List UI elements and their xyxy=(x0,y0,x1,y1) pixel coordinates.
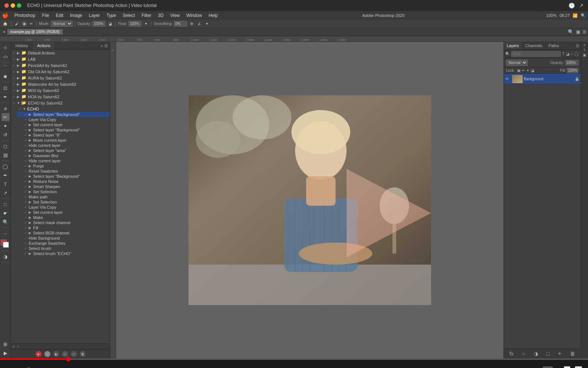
item-expand[interactable]: ▶ xyxy=(29,138,32,142)
group-expand[interactable]: ▶ xyxy=(17,70,21,74)
airbrush-btn[interactable]: ✦ xyxy=(143,21,149,26)
item-checkbox[interactable]: ✓ xyxy=(24,113,28,116)
menu-layer[interactable]: Layer xyxy=(86,12,103,19)
play-action-btn[interactable]: ▶ xyxy=(1,349,10,357)
item-expand[interactable]: ▶ xyxy=(29,231,32,235)
action-item-select-mask-channel[interactable]: ✓ ▶ Select mask channel xyxy=(17,220,110,225)
new-action-btn[interactable]: + xyxy=(71,351,77,357)
canvas-photo[interactable] xyxy=(189,95,431,305)
group-expand[interactable]: ▶ xyxy=(17,51,21,55)
action-item-set-current-1[interactable]: ✓ ▶ Set current layer xyxy=(17,122,110,127)
item-checkbox[interactable]: ✓ xyxy=(24,252,28,255)
apple-menu[interactable]: 🍎 xyxy=(2,13,8,18)
layers-panel-menu[interactable]: ☰ xyxy=(574,42,581,49)
group-checkbox[interactable]: ✓ xyxy=(12,64,16,67)
history-brush-tool[interactable]: ↺ xyxy=(1,131,10,139)
pressure-opacity-btn[interactable]: ◪ xyxy=(107,21,113,26)
menu-window[interactable]: Window xyxy=(183,12,205,19)
brush-tool-left[interactable]: ✏ xyxy=(1,113,10,121)
group-expand[interactable]: ▶ xyxy=(17,64,21,67)
action-item-smart-sharpen[interactable]: ✓ ▶ Smart Sharpen xyxy=(17,184,110,189)
panel-menu-btn[interactable]: ☰ xyxy=(104,44,108,48)
color-swatch-area[interactable] xyxy=(1,240,10,249)
action-group-header[interactable]: ✓ ▶ 📁 Default Actions xyxy=(11,50,110,56)
eyedropper-tool[interactable]: ✒ xyxy=(1,93,10,101)
group-checkbox[interactable]: ✓ xyxy=(12,51,16,55)
hand-tool[interactable]: ☛ xyxy=(1,209,10,217)
item-expand[interactable]: ▶ xyxy=(29,210,32,214)
item-checkbox[interactable]: ✓ xyxy=(24,221,28,224)
active-tab[interactable]: example.jpg @ 100% (RGB/8) xyxy=(7,29,63,35)
gradient-tool[interactable]: ▤ xyxy=(1,151,10,159)
dodge-tool[interactable]: ◯ xyxy=(1,162,10,170)
panel-collapse-btn[interactable]: « xyxy=(101,44,103,48)
filter-shape-icon[interactable]: ◯ xyxy=(574,52,578,56)
shape-tool[interactable]: □ xyxy=(1,200,10,208)
menu-photoshop[interactable]: Photoshop xyxy=(11,12,38,19)
item-expand[interactable]: ▶ xyxy=(29,226,32,230)
filter-pixel-icon[interactable]: □ xyxy=(571,52,573,56)
action-group-header[interactable]: ✓ ▶ 📁 AURA by Saturn62 xyxy=(11,75,110,81)
menu-select[interactable]: Select xyxy=(120,12,138,19)
action-expand-arrow[interactable]: ▼ xyxy=(23,107,26,111)
layer-blend-mode[interactable]: Normal xyxy=(506,60,528,66)
layer-visibility-icon[interactable]: 👁 xyxy=(505,77,509,81)
item-checkbox[interactable]: ✓ xyxy=(24,154,28,158)
item-expand[interactable]: ▶ xyxy=(29,133,32,137)
action-item-fill[interactable]: ✓ ▶ Fill xyxy=(17,225,110,230)
action-item-make-path[interactable]: ✓ Make path xyxy=(17,194,110,199)
action-item-select-brush[interactable]: ✓ Select brush xyxy=(17,246,110,251)
progress-bar[interactable] xyxy=(0,358,588,360)
group-expand[interactable]: ▶ xyxy=(17,95,21,99)
new-layer-btn[interactable]: + xyxy=(558,350,561,357)
layout-icon[interactable]: ▣ xyxy=(576,29,580,35)
item-expand[interactable]: ▶ xyxy=(29,180,32,183)
item-expand[interactable]: ▶ xyxy=(29,164,32,168)
menu-3d[interactable]: 3D xyxy=(155,12,166,19)
layer-row-background[interactable]: 👁 Background 🔒 xyxy=(504,74,581,84)
item-checkbox[interactable]: ✓ xyxy=(24,190,28,194)
menu-filter[interactable]: Filter xyxy=(139,12,154,19)
arrange-icon[interactable]: ⊞ xyxy=(582,29,587,35)
group-expand[interactable]: ▶ xyxy=(17,57,21,61)
path-select-tool[interactable]: ↗ xyxy=(1,189,10,197)
group-checkbox[interactable]: ✓ xyxy=(12,76,16,80)
clone-stamp-tool[interactable]: ✦ xyxy=(1,122,10,130)
smoothing-value[interactable]: 0% xyxy=(174,21,187,26)
item-checkbox[interactable]: ✓ xyxy=(24,185,28,188)
menu-type[interactable]: Type xyxy=(104,12,119,19)
action-item-set-current-2[interactable]: ✓ ▶ Set current layer xyxy=(17,210,110,215)
action-group-header[interactable]: ✓ ▶ 📁 Watercolor Art by Saturn62 xyxy=(11,81,110,87)
action-item-hide-1[interactable]: ✓ Hide current layer xyxy=(17,143,110,148)
action-item-layer-via-copy-2[interactable]: ✓ Layer Via Copy xyxy=(17,205,110,210)
lock-position-icon[interactable]: ✦ xyxy=(526,68,529,72)
item-expand[interactable]: ▶ xyxy=(29,128,32,132)
move-tool[interactable]: ⊹ xyxy=(1,43,10,52)
stop-btn[interactable]: ■ xyxy=(36,351,42,357)
color-swatches-icon[interactable]: A xyxy=(584,43,585,47)
brush-tool[interactable]: 🖌 xyxy=(14,21,20,26)
fill-value[interactable]: 100% xyxy=(567,68,578,73)
item-checkbox[interactable]: ✓ xyxy=(24,210,28,214)
group-checkbox[interactable]: ✓ xyxy=(12,95,16,99)
item-checkbox[interactable]: ✓ xyxy=(24,216,28,219)
spot-heal-tool[interactable]: ⌀ xyxy=(1,104,10,112)
action-group-echo-header[interactable]: ✓ ▼ 📂 ECHO by Saturn62 xyxy=(11,100,110,106)
actions-tab[interactable]: Actions xyxy=(33,42,55,49)
marquee-tool[interactable]: ▭ xyxy=(1,52,10,60)
action-group-header[interactable]: ✓ ▶ 📁 PencilArt by Saturn62 xyxy=(11,62,110,68)
item-expand[interactable]: ▶ xyxy=(29,185,32,188)
action-item-select-echo-brush[interactable]: ✓ ▶ Select brush "ECHO" xyxy=(17,251,110,256)
subtitles-button[interactable]: CC xyxy=(543,367,553,368)
group-expand[interactable]: ▶ xyxy=(17,76,21,80)
action-group-header[interactable]: ✓ ▶ 📁 LAB xyxy=(11,56,110,62)
lasso-tool[interactable]: ⌒ xyxy=(1,64,10,72)
group-checkbox[interactable]: ✓ xyxy=(12,70,16,74)
action-item-layer-via-copy-1[interactable]: ✓ Layer Via Copy xyxy=(17,117,110,122)
item-expand[interactable]: ▶ xyxy=(29,113,32,116)
item-checkbox[interactable]: ✓ xyxy=(24,144,28,147)
group-expand[interactable]: ▶ xyxy=(17,82,21,86)
blend-mode-select[interactable]: Normal Multiply Screen xyxy=(51,21,73,27)
item-checkbox[interactable]: ✓ xyxy=(24,128,28,132)
item-checkbox[interactable]: ✓ xyxy=(24,200,28,204)
